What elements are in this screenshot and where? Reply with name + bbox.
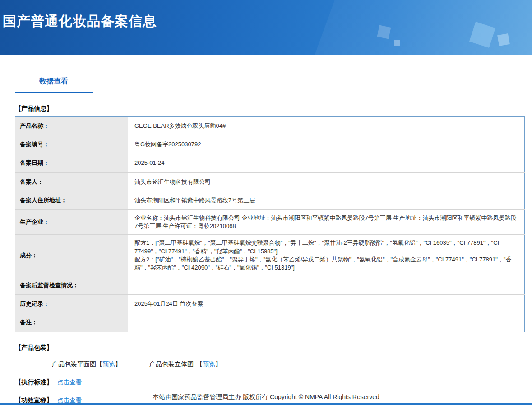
packaging-flat-label: 产品包装平面图 <box>52 360 96 368</box>
tab-data-view[interactable]: 数据查看 <box>15 77 93 93</box>
row-label: 备案后监督检查情况： <box>15 276 128 295</box>
packaging-preview-line: 产品包装平面图【预览】 产品包装立体图【预览】 <box>52 360 525 368</box>
footer-blue-bar <box>0 403 532 405</box>
row-label: 产品名称： <box>15 117 128 135</box>
row-label: 成分： <box>15 235 128 276</box>
row-label: 历史记录： <box>15 295 128 313</box>
copyright-text: 本站由国家药品监督管理局主办 版权所有 Copyright © NMPA All… <box>0 393 532 403</box>
execution-standard-line: 【执行标准】 点击查看 <box>15 378 525 386</box>
table-row: 备注： <box>15 313 525 332</box>
product-info-section-title: 【产品信息】 <box>15 105 525 113</box>
packaging-flat-item: 产品包装平面图【预览】 <box>52 360 121 368</box>
packaging-stereo-preview-link[interactable]: 预览 <box>203 360 215 368</box>
tab-bar: 数据查看 <box>15 77 525 93</box>
product-info-table: 产品名称： GEGE BEAR多效炫色双头唇釉04# 备案编号： 粤G妆网备字2… <box>15 116 525 332</box>
packaging-stereo-item: 产品包装立体图【预览】 <box>149 360 222 368</box>
execution-standard-label: 【执行标准】 <box>15 378 53 386</box>
decorative-square <box>497 33 510 46</box>
row-value: 企业名称：汕头市铭汇生物科技有限公司 企业地址：汕头市潮阳区和平镇紫中路凤晏路段… <box>128 209 525 234</box>
table-row: 备案日期： 2025-01-24 <box>15 154 525 172</box>
bracket-open: 【 <box>196 360 203 368</box>
row-value <box>128 276 525 295</box>
table-row: 成分： 配方1：["聚二甲基硅氧烷"，"聚二甲基硅氧烷交联聚合物"，"异十二烷"… <box>15 235 525 276</box>
row-value: 2025-01-24 <box>128 154 525 172</box>
packaging-stereo-label: 产品包装立体图 <box>149 360 194 368</box>
row-value: 配方1：["聚二甲基硅氧烷"，"聚二甲基硅氧烷交联聚合物"，"异十二烷"，"聚甘… <box>128 235 525 276</box>
tab-data-view-label: 数据查看 <box>39 77 68 85</box>
table-row: 备案人住所地址： 汕头市潮阳区和平镇紫中路凤晏路段7号第三层 <box>15 191 525 209</box>
banner-decorative-band <box>297 0 532 55</box>
row-value: GEGE BEAR多效炫色双头唇釉04# <box>128 117 525 135</box>
main-content: 数据查看 【产品信息】 产品名称： GEGE BEAR多效炫色双头唇釉04# 备… <box>15 77 525 405</box>
table-row: 备案编号： 粤G妆网备字2025030792 <box>15 135 525 154</box>
page-header: 国产普通化妆品备案信息 <box>0 0 532 55</box>
row-value: 汕头市铭汇生物科技有限公司 <box>128 172 525 191</box>
row-label: 备注： <box>15 313 128 332</box>
bracket-open: 【 <box>96 360 102 368</box>
row-value: 粤G妆网备字2025030792 <box>128 135 525 154</box>
table-row: 产品名称： GEGE BEAR多效炫色双头唇釉04# <box>15 117 525 135</box>
row-label: 备案编号： <box>15 135 128 154</box>
packaging-flat-preview-link[interactable]: 预览 <box>102 360 115 368</box>
decorative-square <box>377 25 391 39</box>
table-row: 生产企业： 企业名称：汕头市铭汇生物科技有限公司 企业地址：汕头市潮阳区和平镇紫… <box>15 209 525 234</box>
row-value <box>128 313 525 332</box>
table-row: 备案后监督检查情况： <box>15 276 525 295</box>
table-row: 备案人： 汕头市铭汇生物科技有限公司 <box>15 172 525 191</box>
decorative-square <box>394 40 400 46</box>
table-row: 历史记录： 2025年01月24日 首次备案 <box>15 295 525 313</box>
bracket-close: 】 <box>215 360 222 368</box>
row-label: 备案日期： <box>15 154 128 172</box>
row-label: 备案人： <box>15 172 128 191</box>
row-label: 生产企业： <box>15 209 128 234</box>
page-footer: 本站由国家药品监督管理局主办 版权所有 Copyright © NMPA All… <box>0 393 532 405</box>
bracket-close: 】 <box>115 360 121 368</box>
row-value: 2025年01月24日 首次备案 <box>128 295 525 313</box>
packaging-section-title: 【产品包装】 <box>15 344 525 352</box>
row-value: 汕头市潮阳区和平镇紫中路凤晏路段7号第三层 <box>128 191 525 209</box>
execution-standard-link[interactable]: 点击查看 <box>57 379 82 386</box>
row-label: 备案人住所地址： <box>15 191 128 209</box>
